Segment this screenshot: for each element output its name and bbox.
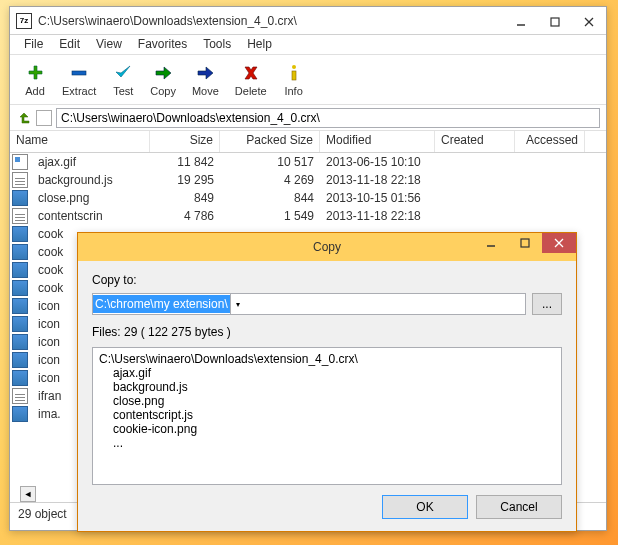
copy-icon — [152, 62, 174, 84]
copy-button[interactable]: Copy — [144, 60, 182, 99]
col-packed[interactable]: Packed Size — [220, 131, 320, 152]
menubar: FileEditViewFavoritesToolsHelp — [10, 35, 606, 55]
add-icon — [24, 62, 46, 84]
window-title: C:\Users\winaero\Downloads\extension_4_0… — [38, 14, 504, 28]
status-text: 29 object — [18, 507, 67, 521]
move-button[interactable]: Move — [186, 60, 225, 99]
titlebar[interactable]: 7z C:\Users\winaero\Downloads\extension_… — [10, 7, 606, 35]
file-type-icon — [12, 172, 28, 188]
delete-button[interactable]: Delete — [229, 60, 273, 99]
svg-rect-1 — [551, 18, 559, 26]
copy-dialog: Copy Copy to: C:\chrome\my extension\ ▾ … — [77, 232, 577, 532]
info-button[interactable]: Info — [277, 60, 311, 99]
browse-button[interactable]: ... — [532, 293, 562, 315]
preview-item: cookie-icon.png — [99, 422, 555, 436]
dialog-close-button[interactable] — [542, 233, 576, 253]
svg-rect-8 — [521, 239, 529, 247]
file-row[interactable]: background.js19 2954 2692013-11-18 22:18 — [10, 171, 606, 189]
dialog-titlebar[interactable]: Copy — [78, 233, 576, 261]
file-type-icon — [12, 352, 28, 368]
files-info: Files: 29 ( 122 275 bytes ) — [92, 325, 562, 339]
file-type-icon — [12, 388, 28, 404]
file-row[interactable]: close.png8498442013-10-15 01:56 — [10, 189, 606, 207]
addressbar — [10, 105, 606, 131]
path-input[interactable] — [56, 108, 600, 128]
test-icon — [112, 62, 134, 84]
svg-rect-4 — [72, 71, 86, 75]
col-name[interactable]: Name — [10, 131, 150, 152]
nav-up-button[interactable] — [16, 110, 32, 126]
preview-item: ... — [99, 436, 555, 450]
file-type-icon — [12, 208, 28, 224]
file-preview: C:\Users\winaero\Downloads\extension_4_0… — [92, 347, 562, 485]
add-button[interactable]: Add — [18, 60, 52, 99]
extract-button[interactable]: Extract — [56, 60, 102, 99]
menu-file[interactable]: File — [16, 35, 51, 54]
file-icon — [36, 110, 52, 126]
svg-rect-6 — [292, 71, 296, 80]
file-row[interactable]: ajax.gif11 84210 5172013-06-15 10:10 — [10, 153, 606, 171]
file-type-icon — [12, 370, 28, 386]
col-size[interactable]: Size — [150, 131, 220, 152]
col-created[interactable]: Created — [435, 131, 515, 152]
preview-item: ajax.gif — [99, 366, 555, 380]
close-button[interactable] — [572, 12, 606, 32]
maximize-button[interactable] — [538, 12, 572, 32]
ok-button[interactable]: OK — [382, 495, 468, 519]
file-type-icon — [12, 244, 28, 260]
menu-tools[interactable]: Tools — [195, 35, 239, 54]
destination-value: C:\chrome\my extension\ — [93, 295, 230, 313]
minimize-button[interactable] — [504, 12, 538, 32]
file-type-icon — [12, 280, 28, 296]
preview-item: contentscript.js — [99, 408, 555, 422]
file-type-icon — [12, 226, 28, 242]
delete-icon — [240, 62, 262, 84]
destination-input[interactable]: C:\chrome\my extension\ ▾ — [92, 293, 526, 315]
svg-point-5 — [292, 65, 296, 69]
preview-source: C:\Users\winaero\Downloads\extension_4_0… — [99, 352, 555, 366]
file-type-icon — [12, 334, 28, 350]
move-icon — [194, 62, 216, 84]
file-type-icon — [12, 262, 28, 278]
toolbar: AddExtractTestCopyMoveDeleteInfo — [10, 55, 606, 105]
col-accessed[interactable]: Accessed — [515, 131, 585, 152]
destination-dropdown-icon[interactable]: ▾ — [230, 293, 246, 315]
file-type-icon — [12, 154, 28, 170]
menu-favorites[interactable]: Favorites — [130, 35, 195, 54]
copy-to-label: Copy to: — [92, 273, 562, 287]
file-type-icon — [12, 190, 28, 206]
file-row[interactable]: contentscrin4 7861 5492013-11-18 22:18 — [10, 207, 606, 225]
scroll-left-button[interactable]: ◄ — [20, 486, 36, 502]
list-header: Name Size Packed Size Modified Created A… — [10, 131, 606, 153]
file-type-icon — [12, 316, 28, 332]
preview-item: background.js — [99, 380, 555, 394]
cancel-button[interactable]: Cancel — [476, 495, 562, 519]
file-type-icon — [12, 298, 28, 314]
test-button[interactable]: Test — [106, 60, 140, 99]
dialog-maximize-button[interactable] — [508, 233, 542, 253]
file-type-icon — [12, 406, 28, 422]
menu-help[interactable]: Help — [239, 35, 280, 54]
app-icon: 7z — [16, 13, 32, 29]
menu-edit[interactable]: Edit — [51, 35, 88, 54]
dialog-minimize-button[interactable] — [474, 233, 508, 253]
menu-view[interactable]: View — [88, 35, 130, 54]
info-icon — [283, 62, 305, 84]
dialog-title: Copy — [313, 240, 341, 254]
extract-icon — [68, 62, 90, 84]
col-modified[interactable]: Modified — [320, 131, 435, 152]
preview-item: close.png — [99, 394, 555, 408]
